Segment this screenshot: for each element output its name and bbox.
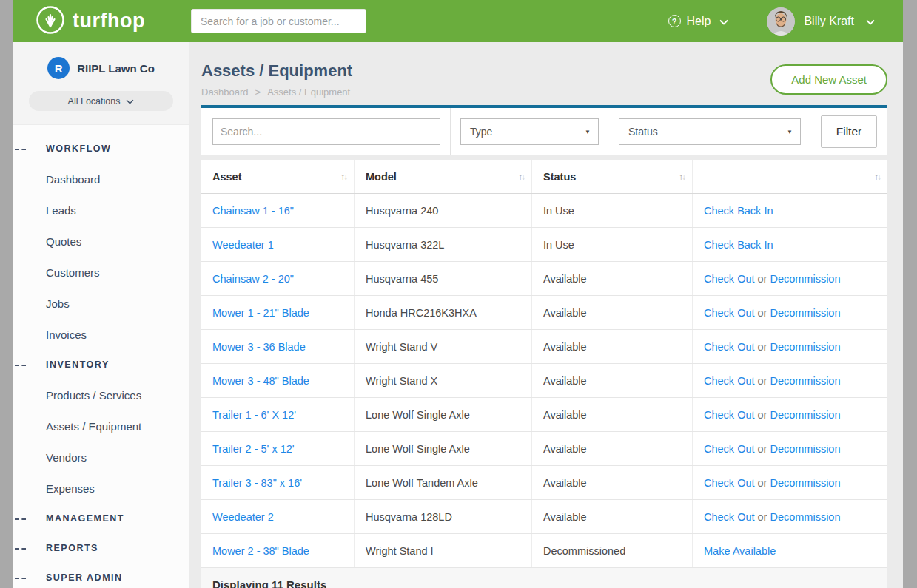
asset-link[interactable]: Trailer 3 - 83" x 16'	[212, 477, 302, 489]
app-window: turfhop ? Help	[13, 0, 903, 588]
sidebar-item-leads[interactable]: Leads	[13, 195, 189, 226]
asset-link[interactable]: Mower 3 - 36 Blade	[212, 341, 306, 353]
section-dashes-icon	[15, 548, 26, 550]
sidebar-section-inventory[interactable]: INVENTORY	[13, 350, 189, 379]
action-link-check-out[interactable]: Check Out	[704, 409, 755, 421]
asset-link[interactable]: Trailer 2 - 5' x 12'	[212, 443, 295, 455]
action-link-check-out[interactable]: Check Out	[704, 443, 755, 455]
section-label: WORKFLOW	[46, 143, 111, 154]
asset-link[interactable]: Mower 3 - 48" Blade	[212, 375, 309, 387]
sidebar-section-management[interactable]: MANAGEMENT	[13, 504, 189, 533]
help-menu[interactable]: ? Help	[668, 15, 729, 28]
action-link-decommission[interactable]: Decommission	[770, 409, 840, 421]
action-separator: or	[755, 511, 770, 523]
assets-table: Asset↑↓Model↑↓Status↑↓↑↓ Chainsaw 1 - 16…	[201, 160, 887, 588]
action-link-check-out[interactable]: Check Out	[704, 341, 755, 353]
grass-logo-icon	[36, 5, 65, 38]
add-new-asset-button[interactable]: Add New Asset	[770, 64, 887, 95]
location-label: All Locations	[68, 96, 121, 107]
asset-link[interactable]: Weedeater 2	[212, 511, 274, 523]
sidebar-item-vendors[interactable]: Vendors	[13, 442, 189, 473]
dropdown-caret-icon: ▼	[787, 129, 793, 135]
action-link-decommission[interactable]: Decommission	[770, 273, 840, 285]
model-cell: Husqvarna 455	[354, 262, 531, 295]
asset-link[interactable]: Chainsaw 1 - 16"	[212, 205, 294, 217]
sidebar-item-dashboard[interactable]: Dashboard	[13, 163, 189, 195]
actions-cell: Check OutorDecommission	[692, 364, 887, 397]
logo-wordmark: turfhop	[73, 10, 145, 33]
action-link-decommission[interactable]: Decommission	[770, 375, 840, 387]
status-cell: Available	[531, 364, 692, 397]
table-row: Mower 3 - 36 BladeWright Stand VAvailabl…	[201, 330, 887, 364]
actions-cell: Check OutorDecommission	[692, 466, 887, 499]
dropdown-caret-icon: ▼	[585, 129, 591, 135]
sidebar-item-jobs[interactable]: Jobs	[13, 288, 189, 319]
model-cell: Wright Stand X	[354, 364, 531, 397]
action-link-check-out[interactable]: Check Out	[704, 477, 755, 489]
status-cell: In Use	[531, 194, 692, 227]
sort-icon[interactable]: ↑↓	[874, 172, 880, 182]
actions-cell: Check OutorDecommission	[692, 262, 887, 295]
results-count: Displaying 11 Results	[201, 568, 887, 588]
table-row: Chainsaw 1 - 16"Husqvarna 240In UseCheck…	[201, 194, 887, 228]
column-header-model[interactable]: Model↑↓	[354, 160, 531, 193]
asset-link[interactable]: Chainsaw 2 - 20"	[212, 273, 294, 285]
asset-link[interactable]: Trailer 1 - 6' X 12'	[212, 409, 296, 421]
location-selector[interactable]: All Locations	[29, 91, 173, 111]
actions-cell: Check OutorDecommission	[692, 432, 887, 465]
asset-link[interactable]: Mower 1 - 21" Blade	[212, 307, 309, 319]
section-dashes-icon	[15, 365, 26, 366]
sort-icon[interactable]: ↑↓	[518, 172, 524, 182]
action-link-make-available[interactable]: Make Available	[704, 545, 776, 557]
table-row: Weedeater 2Husqvarna 128LDAvailableCheck…	[201, 500, 887, 534]
sidebar-item-quotes[interactable]: Quotes	[13, 226, 189, 257]
status-cell: In Use	[531, 228, 692, 261]
table-row: Trailer 1 - 6' X 12'Lone Wolf Single Axl…	[201, 398, 887, 432]
sort-icon[interactable]: ↑↓	[679, 172, 685, 182]
sidebar-item-expenses[interactable]: Expenses	[13, 473, 189, 504]
action-link-decommission[interactable]: Decommission	[770, 307, 840, 319]
turfhop-logo[interactable]: turfhop	[36, 5, 145, 38]
status-dropdown[interactable]: Status ▼	[619, 118, 801, 145]
global-search-input[interactable]	[191, 9, 366, 33]
action-link-check-out[interactable]: Check Out	[704, 307, 755, 319]
filter-button[interactable]: Filter	[821, 115, 877, 148]
action-link-decommission[interactable]: Decommission	[770, 511, 840, 523]
asset-cell: Mower 2 - 38" Blade	[201, 534, 354, 567]
breadcrumb-dashboard-link[interactable]: Dashboard	[201, 87, 249, 98]
action-link-decommission[interactable]: Decommission	[770, 443, 840, 455]
sidebar-section-workflow[interactable]: WORKFLOW	[13, 134, 189, 163]
action-separator: or	[755, 273, 770, 285]
column-header-status[interactable]: Status↑↓	[531, 160, 692, 193]
action-link-check-out[interactable]: Check Out	[704, 511, 755, 523]
column-header-asset[interactable]: Asset↑↓	[201, 160, 354, 193]
status-cell: Available	[531, 432, 692, 465]
sidebar-item-customers[interactable]: Customers	[13, 257, 189, 288]
asset-search-input[interactable]	[212, 118, 440, 145]
asset-cell: Trailer 2 - 5' x 12'	[201, 432, 354, 465]
action-link-check-out[interactable]: Check Out	[704, 375, 755, 387]
company-row[interactable]: R RIIPL Lawn Co	[13, 57, 189, 79]
actions-cell: Make Available	[692, 534, 887, 567]
sidebar-item-invoices[interactable]: Invoices	[13, 319, 189, 350]
action-link-check-back-in[interactable]: Check Back In	[704, 205, 773, 217]
table-row: Mower 1 - 21" BladeHonda HRC216K3HXAAvai…	[201, 296, 887, 330]
action-link-check-out[interactable]: Check Out	[704, 273, 755, 285]
sort-icon[interactable]: ↑↓	[340, 172, 346, 182]
sidebar-section-reports[interactable]: REPORTS	[13, 533, 189, 563]
sidebar-item-assets-equipment[interactable]: Assets / Equipment	[13, 410, 189, 442]
table-row: Trailer 2 - 5' x 12'Lone Wolf Single Axl…	[201, 432, 887, 466]
asset-link[interactable]: Mower 2 - 38" Blade	[212, 545, 309, 557]
column-header-actions[interactable]: ↑↓	[692, 160, 887, 193]
sidebar-item-products-services[interactable]: Products / Services	[13, 379, 189, 410]
sidebar-section-super-admin[interactable]: SUPER ADMIN	[13, 563, 189, 588]
status-cell: Available	[531, 330, 692, 363]
action-link-check-back-in[interactable]: Check Back In	[704, 239, 773, 251]
asset-cell: Mower 3 - 36 Blade	[201, 330, 354, 363]
action-link-decommission[interactable]: Decommission	[770, 341, 840, 353]
type-dropdown[interactable]: Type ▼	[460, 118, 599, 145]
table-row: Trailer 3 - 83" x 16'Lone Wolf Tandem Ax…	[201, 466, 887, 500]
user-menu[interactable]: Billy Kraft	[767, 7, 875, 36]
asset-link[interactable]: Weedeater 1	[212, 239, 274, 251]
action-link-decommission[interactable]: Decommission	[770, 477, 840, 489]
